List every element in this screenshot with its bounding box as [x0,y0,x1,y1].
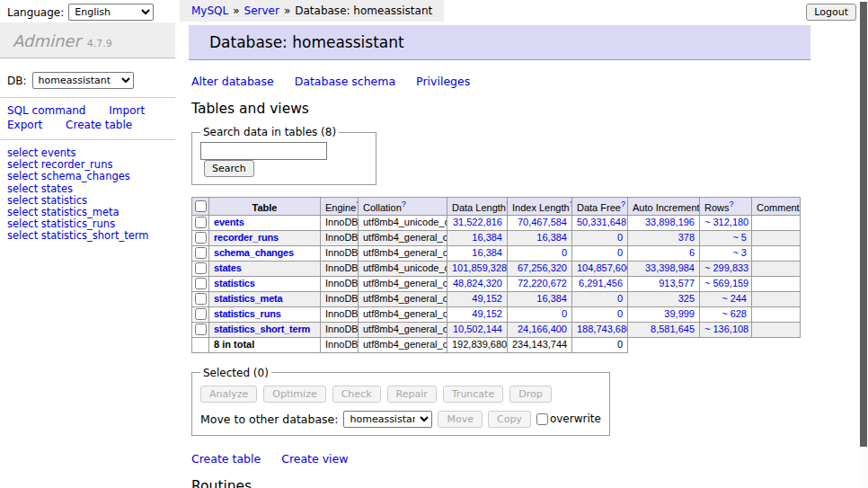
index-length-link[interactable]: 16,384 [536,293,567,304]
select-all-checkbox[interactable] [195,200,207,212]
scrollbar-thumb[interactable] [860,2,867,447]
auto-increment-link[interactable]: 8,581,645 [651,324,695,334]
sidebar-link-sql-command[interactable]: SQL command [7,104,85,117]
privileges-link[interactable]: Privileges [416,75,470,88]
table-name-link[interactable]: schema_changes [214,247,294,258]
rows-count-link[interactable]: ~ 5 [732,232,747,243]
table-name-link[interactable]: recorder_runs [214,232,279,243]
index-length-link[interactable]: 70,467,584 [518,217,567,227]
index-length-link[interactable]: 0 [562,308,567,319]
column-help-link[interactable]: ? [402,200,406,209]
copy-button[interactable]: Copy [488,411,531,428]
total-data-length-cell: 192,839,680 [447,337,508,352]
row-checkbox[interactable] [195,262,207,274]
sidebar-link-create-table[interactable]: Create table [66,119,132,131]
rows-count-link[interactable]: ~ 628 [722,308,747,319]
table-name-link[interactable]: statistics [214,278,255,288]
create-view-link[interactable]: Create view [281,452,348,466]
column-help-link[interactable]: ? [730,200,734,209]
create-table-link[interactable]: Create table [191,452,261,466]
sidebar-select-link[interactable]: select schema_changes [7,171,168,182]
rows-count-link[interactable]: ~ 244 [722,293,747,304]
auto-increment-link[interactable]: 33,398,984 [645,262,695,273]
language-bar: Language: English [7,4,154,21]
index-length-link[interactable]: 72,220,672 [518,278,567,288]
language-select[interactable]: English [68,4,154,21]
table-name-link[interactable]: states [214,262,242,273]
overwrite-checkbox[interactable] [536,413,548,425]
move-database-select[interactable]: homeassistant [343,411,432,428]
row-checkbox[interactable] [195,247,207,259]
auto-increment-link[interactable]: 378 [678,232,695,243]
selected-action-button[interactable]: Optimize [263,386,325,403]
auto-increment-link[interactable]: 33,898,196 [645,217,695,227]
data-free-link[interactable]: 0 [617,293,623,304]
selected-action-button[interactable]: Drop [509,386,551,403]
data-free-link[interactable]: 0 [617,232,623,243]
index-length-link[interactable]: 0 [562,247,567,258]
row-checkbox[interactable] [195,324,207,335]
move-button[interactable]: Move [438,411,483,428]
data-length-link[interactable]: 49,152 [472,293,502,304]
rows-count-link[interactable]: ~ 3 [732,247,747,258]
logout-button[interactable]: Logout [806,4,856,21]
breadcrumb-link-mysql[interactable]: MySQL [191,4,228,17]
selected-action-button[interactable]: Repair [387,386,437,403]
data-length-link[interactable]: 101,859,328 [452,262,507,273]
data-length-link[interactable]: 48,824,320 [453,278,502,288]
selected-action-button[interactable]: Check [332,386,381,403]
data-free-link[interactable]: 0 [617,308,623,319]
data-length-link[interactable]: 16,384 [472,232,502,243]
alter-database-link[interactable]: Alter database [191,75,274,88]
data-free-link[interactable]: 104,857,600 [577,262,628,273]
table-name-link[interactable]: statistics_runs [214,308,281,319]
data-length-link[interactable]: 16,384 [472,247,502,258]
data-free-link[interactable]: 0 [617,247,623,258]
search-button[interactable]: Search [204,160,254,177]
rows-count-link[interactable]: ~ 299,833 [704,262,748,273]
data-length-link[interactable]: 49,152 [472,308,502,319]
selected-action-button[interactable]: Analyze [200,386,257,403]
overwrite-label: overwrite [550,413,601,425]
rows-count-link[interactable]: ~ 312,180 [704,217,748,227]
index-length-link[interactable]: 67,256,320 [518,262,567,273]
column-help-link[interactable]: ? [800,200,801,209]
sidebar-select-link[interactable]: select statistics_short_term [7,230,168,242]
engine-cell: InnoDB [321,276,359,291]
data-free-link[interactable]: 6,291,456 [579,278,623,288]
table-name-link[interactable]: statistics_meta [214,293,283,304]
column-help-link[interactable]: ? [621,200,625,209]
selected-action-button[interactable]: Truncate [443,386,503,403]
data-length-link[interactable]: 10,502,144 [453,324,502,334]
data-length-cell: 48,824,320 [447,276,508,291]
row-checkbox[interactable] [195,232,207,244]
db-select[interactable]: homeassistant [32,72,134,89]
sidebar-link-export[interactable]: Export [7,119,42,131]
search-input[interactable] [200,142,327,160]
sidebar-link-import[interactable]: Import [109,104,145,117]
data-length-cell: 31,522,816 [447,215,508,230]
database-schema-link[interactable]: Database schema [295,75,395,88]
auto-increment-link[interactable]: 6 [689,247,695,258]
rows-count-link[interactable]: ~ 136,108 [704,324,748,334]
collation-cell: utf8mb4_general_ci [359,276,447,291]
table-name-link[interactable]: statistics_short_term [214,324,310,334]
row-checkbox[interactable] [195,308,207,320]
sidebar-select-link[interactable]: select states [7,183,168,195]
data-length-link[interactable]: 31,522,816 [453,217,502,227]
row-checkbox[interactable] [195,293,207,305]
auto-increment-link[interactable]: 325 [678,293,695,304]
table-name-link[interactable]: events [214,217,244,227]
row-checkbox[interactable] [195,278,207,289]
row-checkbox[interactable] [195,217,207,228]
index-length-link[interactable]: 16,384 [536,232,567,243]
auto-increment-link[interactable]: 39,999 [664,308,695,319]
rows-count-link[interactable]: ~ 569,159 [704,278,748,288]
engine-cell: InnoDB [321,245,359,261]
index-length-link[interactable]: 24,166,400 [518,324,567,334]
auto-increment-link[interactable]: 913,577 [659,278,695,288]
db-selector-row: DB: homeassistant [7,72,168,89]
breadcrumb-link-server[interactable]: Server [244,4,279,17]
data-free-link[interactable]: 50,331,648 [577,217,626,227]
data-free-link[interactable]: 188,743,680 [577,324,628,334]
